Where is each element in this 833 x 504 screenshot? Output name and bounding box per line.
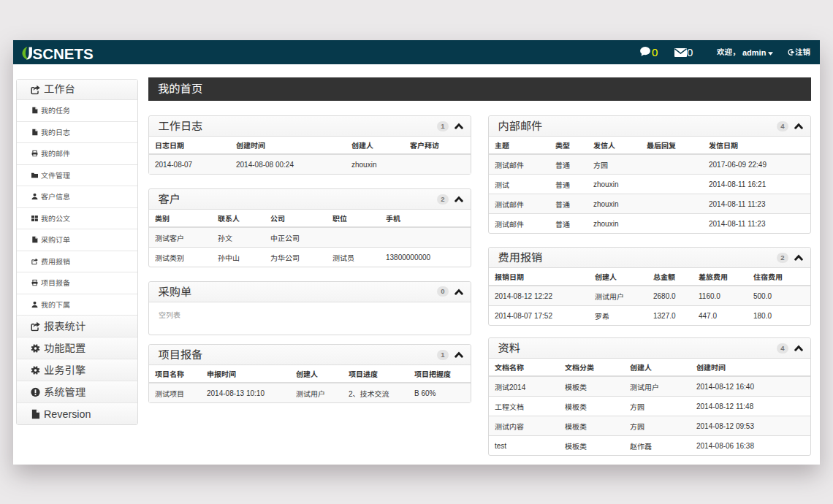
svg-text:SCNETS: SCNETS (33, 45, 94, 62)
